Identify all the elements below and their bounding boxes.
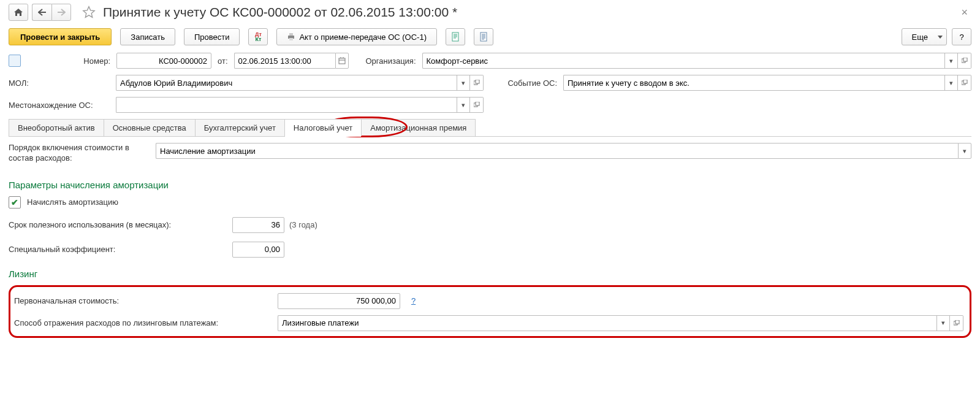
forward-button[interactable] — [51, 4, 71, 21]
svg-rect-5 — [339, 58, 345, 64]
org-dropdown[interactable]: ▾ — [944, 53, 958, 69]
from-label: от: — [218, 56, 228, 66]
leasing-section-header: Лизинг — [9, 269, 971, 279]
coeff-label: Специальный коэффициент: — [9, 245, 232, 254]
order-dropdown[interactable]: ▾ — [958, 143, 971, 159]
tab-noncurrent[interactable]: Внеоборотный актив — [9, 119, 104, 136]
document-icon — [451, 32, 460, 42]
svg-rect-2 — [289, 38, 293, 40]
tab-accounting[interactable]: Бухгалтерский учет — [195, 119, 285, 136]
calendar-button[interactable] — [335, 53, 349, 69]
submit-button[interactable]: Провести — [184, 28, 240, 45]
open-icon — [962, 80, 968, 86]
location-dropdown[interactable]: ▾ — [457, 97, 470, 113]
useful-life-input[interactable] — [232, 217, 284, 233]
leasing-method-open[interactable] — [950, 315, 963, 331]
calc-amort-checkbox[interactable]: ✔ — [9, 196, 21, 209]
leasing-method-label: Способ отражения расходов по лизинговым … — [14, 318, 272, 327]
svg-rect-13 — [476, 102, 479, 105]
arrow-left-icon — [38, 9, 47, 16]
location-open[interactable] — [470, 97, 484, 113]
order-label: Порядок включения стоимости в состав рас… — [9, 143, 150, 164]
tabs: Внеоборотный актив Основные средства Бух… — [9, 119, 971, 137]
location-input[interactable] — [116, 97, 457, 113]
mol-dropdown[interactable]: ▾ — [457, 75, 470, 91]
number-input[interactable] — [116, 53, 211, 69]
number-label: Номер: — [31, 56, 110, 66]
useful-life-hint: (3 года) — [289, 220, 317, 229]
mol-label: МОЛ: — [9, 78, 110, 88]
order-input[interactable] — [156, 143, 958, 159]
event-dropdown[interactable]: ▾ — [944, 75, 958, 91]
leasing-method-dropdown[interactable]: ▾ — [936, 315, 950, 331]
home-icon — [13, 8, 23, 17]
back-button[interactable] — [32, 4, 51, 21]
useful-life-label: Срок полезного использования (в месяцах)… — [9, 220, 232, 229]
amort-section-header: Параметры начисления амортизации — [9, 180, 971, 190]
print-os1-button[interactable]: Акт о приеме-передаче ОС (ОС-1) — [276, 28, 437, 45]
open-icon — [474, 80, 480, 86]
close-button[interactable]: × — [957, 6, 971, 19]
tab-amort-bonus[interactable]: Амортизационная премия — [361, 119, 476, 136]
svg-rect-7 — [963, 58, 967, 61]
svg-rect-9 — [476, 80, 479, 83]
note-icon[interactable] — [9, 55, 21, 67]
calc-amort-label: Начислять амортизацию — [27, 197, 118, 207]
save-button[interactable]: Записать — [120, 28, 175, 45]
coeff-input[interactable] — [232, 242, 284, 258]
svg-rect-1 — [289, 33, 293, 36]
tab-fixed-assets[interactable]: Основные средства — [104, 119, 196, 136]
org-label: Организация: — [355, 56, 416, 66]
page-title: Принятие к учету ОС КС00-000002 от 02.06… — [103, 5, 457, 20]
star-icon — [82, 6, 96, 19]
org-input[interactable] — [422, 53, 944, 69]
mol-open[interactable] — [470, 75, 484, 91]
doc1-button[interactable] — [446, 28, 465, 45]
highlight-box-leasing: Первоначальная стоимость: ? Способ отраж… — [9, 285, 971, 338]
arrow-right-icon — [57, 9, 66, 16]
location-label: Местонахождение ОС: — [9, 101, 110, 110]
svg-rect-15 — [955, 320, 959, 324]
open-icon — [474, 102, 480, 108]
org-open[interactable] — [958, 53, 971, 69]
date-input[interactable] — [234, 53, 335, 69]
favorite-button[interactable] — [81, 4, 97, 20]
initial-cost-help[interactable]: ? — [411, 296, 416, 305]
event-label: Событие ОС: — [496, 78, 557, 88]
leasing-method-input[interactable] — [278, 315, 936, 331]
doc2-button[interactable] — [474, 28, 493, 45]
debit-credit-icon: ДтКт — [255, 32, 262, 42]
printer-icon — [287, 33, 295, 41]
event-input[interactable] — [563, 75, 944, 91]
initial-cost-input[interactable] — [278, 293, 400, 309]
event-open[interactable] — [958, 75, 971, 91]
tab-tax[interactable]: Налоговый учет — [284, 119, 362, 136]
open-icon — [954, 320, 960, 326]
document-alt-icon — [479, 32, 488, 42]
help-button[interactable]: ? — [952, 28, 971, 45]
submit-close-button[interactable]: Провести и закрыть — [9, 28, 112, 45]
open-icon — [962, 58, 968, 64]
mol-input[interactable] — [116, 75, 457, 91]
print-os1-label: Акт о приеме-передаче ОС (ОС-1) — [299, 33, 427, 42]
home-button[interactable] — [9, 4, 28, 21]
more-button[interactable]: Еще — [902, 28, 947, 45]
dtkt-button[interactable]: ДтКт — [248, 28, 268, 45]
calendar-icon — [338, 57, 346, 64]
svg-rect-11 — [963, 80, 967, 83]
initial-cost-label: Первоначальная стоимость: — [14, 296, 272, 305]
